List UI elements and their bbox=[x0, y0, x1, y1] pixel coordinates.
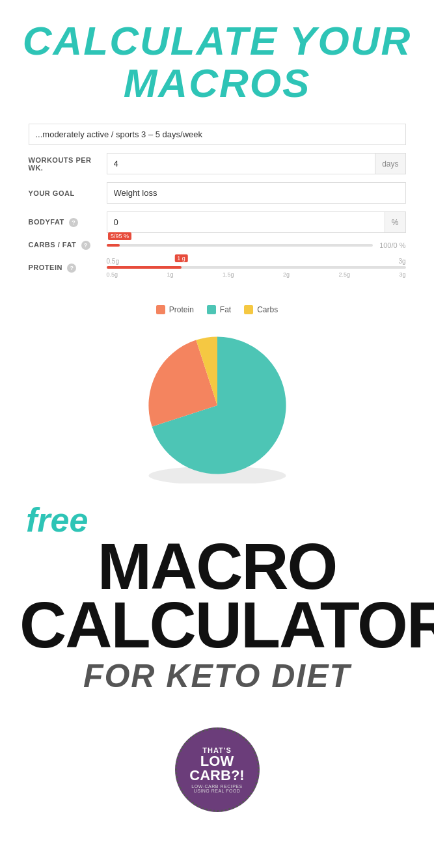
bodyfat-help-icon[interactable]: ? bbox=[69, 218, 78, 227]
logo-sub: LOW-CARB RECIPES USING REAL FOOD bbox=[182, 784, 252, 793]
logo-section: THAT'S LOW CARB?! LOW-CARB RECIPES USING… bbox=[0, 727, 434, 812]
workouts-input[interactable] bbox=[107, 154, 375, 174]
protein-scale-2: 1.5g bbox=[223, 271, 234, 278]
goal-label: YOUR GOAL bbox=[29, 189, 107, 197]
legend-protein-dot bbox=[156, 305, 165, 314]
pie-chart bbox=[139, 327, 295, 483]
bodyfat-input-wrapper: % bbox=[107, 211, 406, 233]
goal-row: YOUR GOAL bbox=[29, 182, 406, 204]
bottom-section: free MACRO CALCULATOR FOR KETO DIET bbox=[0, 490, 434, 708]
bodyfat-unit: % bbox=[385, 212, 405, 232]
workouts-row: WORKOUTS PER WK. days bbox=[29, 153, 406, 174]
protein-badge: 1 g bbox=[174, 254, 188, 262]
carbs-fat-track: 5/95 % bbox=[107, 244, 373, 247]
carbs-fat-row: CARBS / FAT ? 5/95 % 100/0 % bbox=[29, 241, 406, 250]
protein-help-icon[interactable]: ? bbox=[67, 264, 76, 273]
legend-protein: Protein bbox=[156, 305, 194, 314]
bodyfat-label: BODYFAT ? bbox=[29, 218, 107, 227]
protein-fill bbox=[107, 266, 182, 269]
header-title: CALCULATE YOUR MACROS bbox=[13, 20, 421, 104]
legend-fat-label: Fat bbox=[220, 305, 231, 314]
legend-protein-label: Protein bbox=[169, 305, 194, 314]
protein-scale-3: 2g bbox=[283, 271, 290, 278]
goal-input[interactable] bbox=[107, 182, 406, 204]
protein-track-wrapper: 1 g bbox=[107, 266, 406, 269]
keto-diet-title: FOR KETO DIET bbox=[20, 657, 414, 695]
macro-calculator-title: MACRO CALCULATOR bbox=[20, 537, 414, 654]
workouts-label: WORKOUTS PER WK. bbox=[29, 156, 107, 172]
protein-row: PROTEIN ? 0.5g 3g 1 g 0.5g 1g 1.5g 2g 2.… bbox=[29, 258, 406, 278]
protein-scale-0: 0.5g bbox=[107, 271, 118, 278]
legend-carbs-label: Carbs bbox=[257, 305, 278, 314]
carbs-fill bbox=[107, 244, 120, 247]
carbs-fat-badge: 5/95 % bbox=[108, 232, 131, 240]
logo-low-carb: LOW CARB?! bbox=[182, 754, 252, 783]
logo-inner: THAT'S LOW CARB?! LOW-CARB RECIPES USING… bbox=[177, 741, 258, 798]
protein-scale-4: 2.5g bbox=[338, 271, 350, 278]
legend-fat: Fat bbox=[207, 305, 231, 314]
protein-track: 1 g bbox=[107, 266, 406, 269]
protein-scale-5: 3g bbox=[399, 271, 405, 278]
legend-fat-dot bbox=[207, 305, 216, 314]
carbs-fat-right-label: 100/0 % bbox=[379, 241, 405, 249]
carbs-fat-slider[interactable]: 5/95 % bbox=[107, 241, 373, 249]
chart-section: Protein Fat Carbs bbox=[0, 292, 434, 490]
chart-legend: Protein Fat Carbs bbox=[13, 305, 421, 314]
bodyfat-row: BODYFAT ? % bbox=[29, 211, 406, 233]
bodyfat-input[interactable] bbox=[107, 212, 385, 232]
legend-carbs: Carbs bbox=[244, 305, 278, 314]
protein-top-labels: 0.5g 3g bbox=[107, 258, 406, 265]
header-section: CALCULATE YOUR MACROS bbox=[0, 0, 434, 117]
activity-input[interactable] bbox=[29, 124, 406, 145]
protein-max-label: 3g bbox=[398, 258, 405, 265]
carbs-fat-help-icon[interactable]: ? bbox=[81, 241, 90, 250]
protein-slider[interactable]: 0.5g 3g 1 g 0.5g 1g 1.5g 2g 2.5g 3g bbox=[107, 258, 406, 278]
protein-scale-1: 1g bbox=[167, 271, 174, 278]
activity-row bbox=[29, 124, 406, 145]
activity-input-wrapper bbox=[29, 124, 406, 145]
carbs-fat-label: CARBS / FAT ? bbox=[29, 241, 107, 250]
form-section: WORKOUTS PER WK. days YOUR GOAL BODYFAT … bbox=[16, 117, 419, 292]
protein-label: PROTEIN ? bbox=[29, 264, 107, 273]
workouts-input-wrapper: days bbox=[107, 153, 406, 174]
protein-scale: 0.5g 1g 1.5g 2g 2.5g 3g bbox=[107, 271, 406, 278]
workouts-unit: days bbox=[375, 154, 405, 174]
logo-circle: THAT'S LOW CARB?! LOW-CARB RECIPES USING… bbox=[175, 727, 260, 812]
legend-carbs-dot bbox=[244, 305, 253, 314]
protein-min-label: 0.5g bbox=[107, 258, 119, 265]
pie-svg bbox=[139, 327, 295, 483]
